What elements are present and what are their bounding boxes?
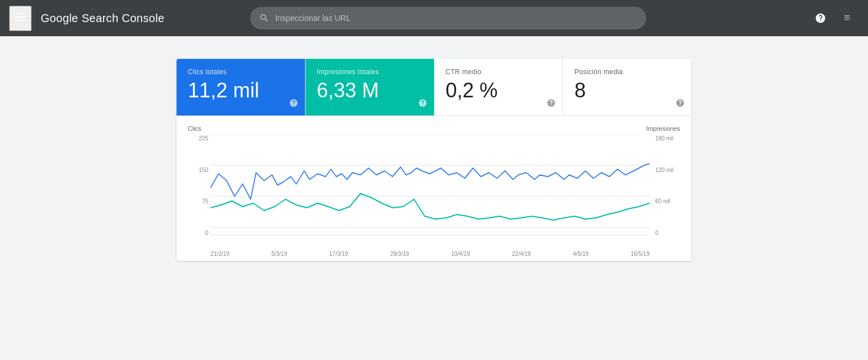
- metric-ctr[interactable]: CTR medio 0,2 %: [435, 59, 564, 115]
- y-left-75: 75: [188, 198, 208, 204]
- y-right-0: 0: [655, 230, 680, 236]
- metric-clics[interactable]: Clics totales 11,2 mil: [177, 59, 306, 115]
- chart-line-clicks: [210, 164, 650, 199]
- chart-svg: [210, 134, 650, 247]
- y-left-150: 150: [188, 167, 208, 173]
- x-label-4: 10/4/19: [451, 251, 470, 257]
- chart-left-label: Clics: [188, 125, 201, 132]
- x-label-3: 29/3/19: [390, 251, 409, 257]
- metric-impresiones-help[interactable]: [418, 98, 427, 110]
- metric-clics-label: Clics totales: [188, 68, 294, 76]
- chart-axis-labels: Clics Impresiones: [188, 125, 680, 132]
- menu-button[interactable]: [9, 6, 32, 31]
- metric-impresiones-value: 6,33 M: [317, 79, 423, 102]
- metric-ctr-help[interactable]: [547, 98, 556, 110]
- x-label-7: 16/5/19: [631, 251, 650, 257]
- chart-right-label: Impresiones: [646, 125, 680, 132]
- x-label-5: 22/4/19: [512, 251, 531, 257]
- svg-rect-0: [15, 13, 26, 14]
- y-left-0: 0: [188, 230, 208, 236]
- apps-button[interactable]: [836, 7, 859, 29]
- header-actions: [809, 7, 859, 29]
- y-right-180mil: 180 mil: [655, 135, 680, 142]
- metric-posicion-label: Posición media: [574, 68, 680, 76]
- x-label-6: 4/5/19: [573, 251, 588, 257]
- x-label-1: 5/3/19: [272, 251, 287, 257]
- metric-posicion-help[interactable]: [676, 98, 685, 110]
- metric-posicion[interactable]: Posición media 8: [563, 59, 691, 115]
- y-left-225: 225: [188, 135, 208, 142]
- metric-ctr-value: 0,2 %: [446, 79, 552, 102]
- svg-rect-2: [15, 20, 26, 21]
- metric-clics-help[interactable]: [289, 98, 298, 110]
- metric-impresiones[interactable]: Impresiones totales 6,33 M: [306, 59, 435, 115]
- y-right-60mil: 60 mil: [655, 198, 680, 204]
- chart-line-impressions: [210, 194, 650, 220]
- metric-ctr-label: CTR medio: [446, 68, 552, 76]
- main-content: Clics totales 11,2 mil Impresiones total…: [0, 36, 868, 284]
- help-button[interactable]: [809, 7, 832, 29]
- search-input[interactable]: [275, 14, 637, 23]
- metrics-row: Clics totales 11,2 mil Impresiones total…: [177, 59, 691, 116]
- metric-clics-value: 11,2 mil: [188, 79, 294, 102]
- app-title: Google Search Console: [41, 12, 165, 24]
- x-label-2: 17/3/19: [329, 251, 348, 257]
- y-right-120mil: 120 mil: [655, 167, 680, 173]
- chart-area: Clics Impresiones 225 150 75 0: [177, 116, 691, 261]
- x-label-0: 21/2/19: [210, 251, 229, 257]
- dashboard-card: Clics totales 11,2 mil Impresiones total…: [177, 59, 691, 261]
- svg-rect-1: [15, 16, 26, 18]
- search-icon: [259, 13, 269, 23]
- app-header: Google Search Console: [0, 0, 868, 36]
- metric-impresiones-label: Impresiones totales: [317, 68, 423, 76]
- app-logo: Google Search Console: [41, 12, 165, 25]
- url-search-bar[interactable]: [250, 7, 646, 29]
- metric-posicion-value: 8: [574, 79, 680, 102]
